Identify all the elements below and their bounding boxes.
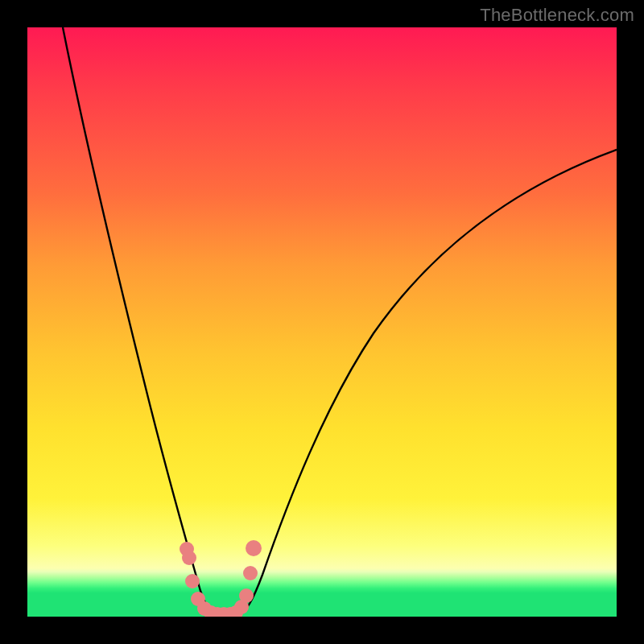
svg-point-1 xyxy=(182,551,196,565)
chart-outer-frame: TheBottleneck.com xyxy=(0,0,644,644)
curve-layer xyxy=(27,27,617,617)
bottleneck-curve-right xyxy=(238,150,617,615)
plot-area xyxy=(27,27,617,617)
watermark-text: TheBottleneck.com xyxy=(480,5,634,26)
svg-point-12 xyxy=(243,566,258,580)
svg-point-2 xyxy=(185,574,200,588)
svg-point-13 xyxy=(246,540,262,556)
bottleneck-curve-left xyxy=(63,27,217,615)
svg-point-11 xyxy=(239,588,254,603)
